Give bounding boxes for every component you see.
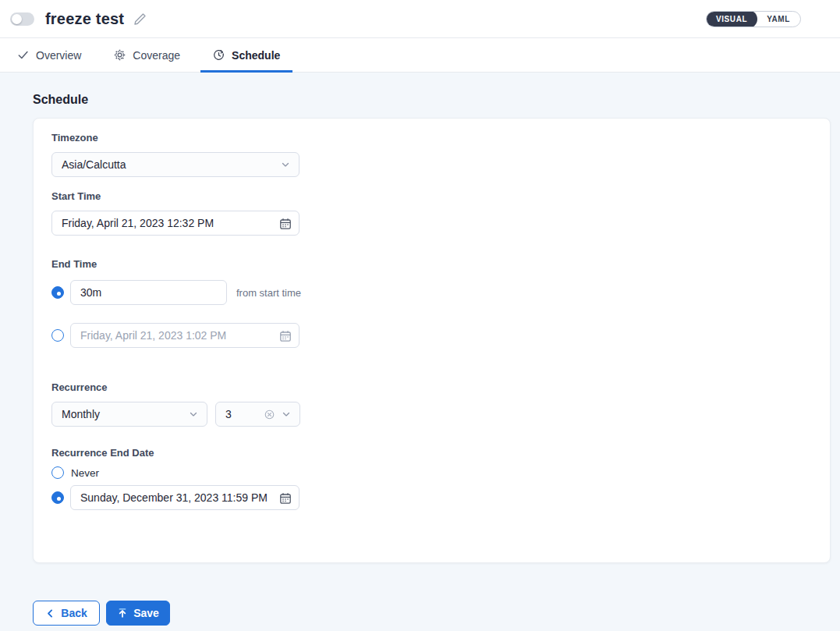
- end-time-label: End Time: [51, 258, 811, 271]
- recurrence-count-select[interactable]: 3: [215, 402, 300, 427]
- app-header: freeze test VISUAL YAML: [0, 0, 840, 38]
- gear-icon: [114, 49, 126, 61]
- recurrence-end-label: Recurrence End Date: [51, 447, 811, 459]
- recurrence-type-value: Monthly: [62, 408, 100, 420]
- duration-hint: from start time: [236, 287, 301, 299]
- tab-overview-label: Overview: [36, 49, 81, 62]
- check-icon: [17, 49, 29, 61]
- recurrence-date-option: [51, 485, 811, 510]
- timezone-label: Timezone: [51, 132, 811, 144]
- clock-history-icon: [213, 49, 225, 61]
- save-button[interactable]: Save: [106, 601, 170, 626]
- recurrence-date-field: [70, 485, 299, 510]
- recurrence-count-value: 3: [225, 408, 232, 420]
- timezone-select[interactable]: Asia/Calcutta: [51, 152, 299, 177]
- save-button-label: Save: [133, 607, 159, 619]
- chevron-down-icon: [281, 409, 292, 420]
- tab-bar: Overview Coverage Schedule: [0, 38, 840, 73]
- tab-coverage-label: Coverage: [133, 49, 180, 62]
- tab-coverage[interactable]: Coverage: [101, 38, 193, 72]
- main-content: Schedule Timezone Asia/Calcutta Start Ti…: [0, 73, 840, 631]
- freeze-enable-toggle[interactable]: [10, 12, 34, 26]
- end-date-field: [70, 323, 299, 348]
- mode-switch: VISUAL YAML: [706, 11, 801, 27]
- end-time-duration-option: from start time: [51, 280, 811, 305]
- recurrence-label: Recurrence: [51, 381, 811, 394]
- yaml-mode-button[interactable]: YAML: [757, 11, 800, 27]
- duration-input[interactable]: [71, 281, 226, 304]
- calendar-icon[interactable]: [279, 330, 292, 345]
- chevron-down-icon: [280, 159, 291, 170]
- upload-icon: [117, 608, 128, 619]
- start-time-label: Start Time: [51, 190, 811, 203]
- edit-title-icon[interactable]: [133, 12, 147, 26]
- toggle-knob: [12, 14, 22, 24]
- duration-radio[interactable]: [51, 286, 64, 299]
- page-title: freeze test: [45, 10, 124, 28]
- recurrence-date-input[interactable]: [71, 486, 299, 509]
- chevron-down-icon: [188, 409, 199, 420]
- recurrence-type-select[interactable]: Monthly: [51, 402, 207, 427]
- footer-actions: Back Save: [33, 601, 831, 626]
- recurrence-date-radio[interactable]: [51, 491, 64, 504]
- start-time-field: [51, 211, 299, 236]
- schedule-heading: Schedule: [33, 93, 831, 107]
- tab-schedule-label: Schedule: [232, 49, 280, 62]
- timezone-value: Asia/Calcutta: [62, 158, 126, 171]
- never-label: Never: [71, 467, 99, 479]
- tab-overview[interactable]: Overview: [5, 38, 94, 72]
- clear-icon[interactable]: [264, 409, 275, 420]
- recurrence-row: Monthly 3: [51, 402, 811, 427]
- end-date-radio[interactable]: [51, 329, 64, 342]
- calendar-icon[interactable]: [279, 218, 292, 232]
- end-date-input[interactable]: [71, 324, 299, 347]
- visual-mode-button[interactable]: VISUAL: [706, 11, 757, 27]
- duration-field: [70, 280, 227, 305]
- start-time-input[interactable]: [52, 211, 299, 235]
- calendar-icon[interactable]: [279, 492, 292, 507]
- end-time-date-option: [51, 323, 811, 348]
- recurrence-never-option: Never: [51, 466, 811, 479]
- chevron-left-icon: [45, 608, 55, 619]
- never-radio[interactable]: [51, 466, 64, 479]
- back-button-label: Back: [61, 607, 87, 619]
- back-button[interactable]: Back: [33, 601, 100, 626]
- schedule-card: Timezone Asia/Calcutta Start Time End Ti…: [33, 118, 831, 563]
- tab-schedule[interactable]: Schedule: [200, 38, 292, 72]
